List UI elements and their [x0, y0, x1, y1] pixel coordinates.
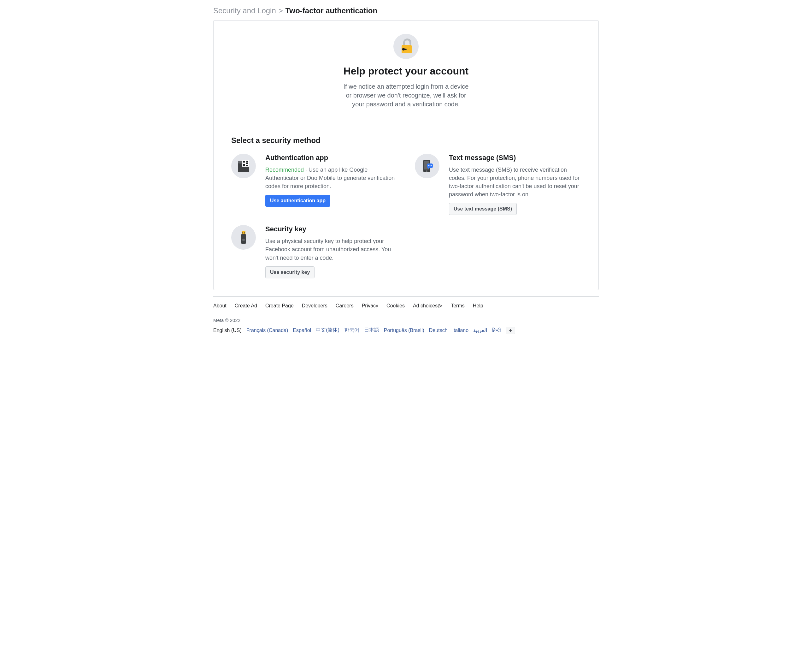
lang-link-ja[interactable]: 日本語	[364, 327, 379, 333]
lang-link-hi[interactable]: हिन्दी	[492, 327, 501, 333]
svg-point-17	[428, 165, 429, 166]
svg-rect-12	[247, 165, 248, 166]
footer-links: About Create Ad Create Page Developers C…	[213, 303, 599, 309]
phone-sms-icon	[415, 154, 440, 178]
footer-link-about[interactable]: About	[213, 303, 226, 309]
footer-link-help[interactable]: Help	[473, 303, 483, 309]
footer-link-terms[interactable]: Terms	[451, 303, 465, 309]
adchoices-icon	[438, 304, 443, 308]
svg-rect-2	[404, 49, 407, 50]
svg-rect-7	[246, 161, 248, 162]
breadcrumb: Security and Login > Two-factor authenti…	[213, 0, 599, 20]
breadcrumb-current: Two-factor authentication	[285, 6, 378, 15]
svg-point-25	[440, 306, 440, 306]
qr-code-icon	[231, 154, 256, 178]
method-auth-app-title: Authentication app	[265, 154, 397, 162]
methods-section: Select a security method	[214, 122, 598, 290]
footer-link-cookies[interactable]: Cookies	[386, 303, 405, 309]
breadcrumb-separator: >	[279, 6, 283, 15]
svg-point-18	[430, 165, 430, 166]
hero-section: Help protect your account If we notice a…	[214, 20, 598, 122]
use-security-key-button[interactable]: Use security key	[265, 266, 314, 278]
svg-rect-21	[242, 232, 243, 234]
lang-link-ar[interactable]: العربية	[473, 327, 487, 333]
svg-point-19	[431, 165, 432, 166]
lang-link-de[interactable]: Deutsch	[429, 327, 448, 333]
lang-current: English (US)	[213, 327, 242, 333]
svg-rect-8	[243, 164, 245, 166]
svg-rect-11	[246, 165, 247, 166]
svg-rect-20	[242, 231, 246, 234]
footer-languages: English (US) Français (Canada) Español 中…	[213, 327, 599, 334]
svg-rect-6	[243, 161, 245, 162]
svg-rect-9	[246, 163, 247, 164]
footer-link-create-page[interactable]: Create Page	[265, 303, 294, 309]
footer-link-create-ad[interactable]: Create Ad	[235, 303, 257, 309]
lang-link-it[interactable]: Italiano	[452, 327, 469, 333]
method-security-key-desc: Use a physical security key to help prot…	[265, 237, 397, 262]
svg-point-24	[242, 239, 245, 241]
hero-title: Help protect your account	[214, 65, 598, 77]
main-panel: Help protect your account If we notice a…	[213, 20, 599, 290]
footer-link-ad-choices[interactable]: Ad choices	[413, 303, 443, 309]
breadcrumb-parent[interactable]: Security and Login	[213, 6, 276, 15]
footer: About Create Ad Create Page Developers C…	[213, 296, 599, 344]
svg-point-15	[426, 170, 427, 172]
usb-key-icon	[231, 225, 256, 250]
lock-icon	[393, 34, 419, 59]
lang-link-es[interactable]: Español	[293, 327, 311, 333]
method-sms-desc: Use text message (SMS) to receive verifi…	[449, 166, 581, 199]
footer-link-careers[interactable]: Careers	[336, 303, 354, 309]
methods-heading: Select a security method	[231, 136, 581, 145]
method-authentication-app: Authentication app Recommended · Use an …	[231, 154, 397, 215]
method-security-key: Security key Use a physical security key…	[231, 225, 397, 278]
method-auth-app-desc: Recommended · Use an app like Google Aut…	[265, 166, 397, 190]
add-language-button[interactable]: +	[506, 327, 515, 334]
use-authentication-app-button[interactable]: Use authentication app	[265, 195, 330, 207]
lang-link-ko[interactable]: 한국어	[344, 327, 359, 333]
svg-rect-22	[244, 232, 245, 234]
method-sms: Text message (SMS) Use text message (SMS…	[415, 154, 581, 215]
hero-description: If we notice an attempted login from a d…	[343, 82, 469, 109]
method-security-key-title: Security key	[265, 225, 397, 233]
lang-link-fr-ca[interactable]: Français (Canada)	[246, 327, 288, 333]
method-sms-title: Text message (SMS)	[449, 154, 581, 162]
lang-link-zh-cn[interactable]: 中文(简体)	[316, 327, 339, 333]
footer-link-privacy[interactable]: Privacy	[362, 303, 378, 309]
use-text-message-button[interactable]: Use text message (SMS)	[449, 203, 517, 215]
recommended-label: Recommended	[265, 167, 304, 173]
footer-link-developers[interactable]: Developers	[302, 303, 327, 309]
svg-rect-10	[247, 163, 248, 164]
lang-link-pt-br[interactable]: Português (Brasil)	[384, 327, 424, 333]
footer-copyright: Meta © 2022	[213, 318, 599, 323]
